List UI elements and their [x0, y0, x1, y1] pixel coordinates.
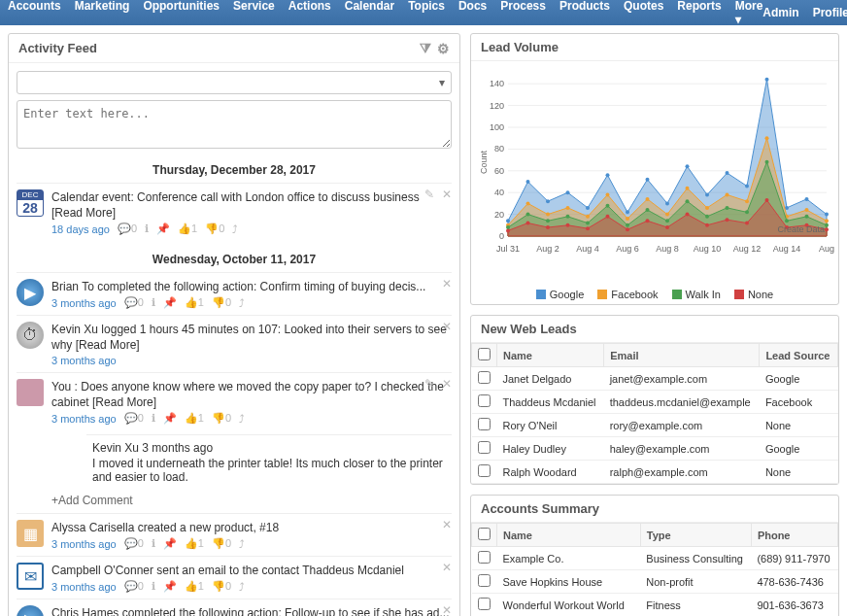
like-count[interactable]: 👍1	[185, 580, 204, 593]
share-icon[interactable]: ⤴	[239, 297, 245, 309]
nav-admin[interactable]: Admin	[762, 6, 798, 19]
pin-icon[interactable]: 📌	[163, 412, 177, 425]
pin-icon[interactable]: 📌	[156, 222, 170, 235]
info-icon[interactable]: ℹ	[152, 296, 155, 309]
add-comment-button[interactable]: +Add Comment	[51, 494, 452, 507]
nav-calendar[interactable]: Calendar	[345, 0, 394, 26]
dislike-count[interactable]: 👎0	[212, 412, 231, 425]
info-icon[interactable]: ℹ	[152, 412, 155, 425]
feed-item-timestamp[interactable]: 3 months ago	[51, 355, 117, 366]
row-checkbox[interactable]	[478, 574, 491, 587]
like-count[interactable]: 👍1	[178, 222, 197, 235]
row-checkbox[interactable]	[478, 394, 491, 407]
pin-icon[interactable]: 📌	[163, 296, 177, 309]
pin-icon[interactable]: 📌	[163, 580, 177, 593]
nav-process[interactable]: Process	[500, 0, 546, 26]
select-all-checkbox[interactable]	[478, 528, 491, 540]
close-icon[interactable]: ✕	[442, 277, 452, 291]
comment-count[interactable]: 💬0	[118, 222, 137, 235]
table-row[interactable]: Save Hopkins HouseNon-profit478-636-7436	[472, 570, 838, 594]
mail-icon: ✉	[17, 563, 44, 590]
nav-docs[interactable]: Docs	[458, 0, 487, 26]
nav-accounts[interactable]: Accounts	[8, 0, 61, 26]
share-icon[interactable]: ⤴	[239, 413, 245, 425]
feed-item-timestamp[interactable]: 3 months ago	[51, 538, 117, 550]
svg-point-35	[526, 201, 530, 205]
close-icon[interactable]: ✕	[442, 320, 452, 333]
table-row[interactable]: Thaddeus Mcdanielthaddeus.mcdaniel@examp…	[472, 391, 838, 414]
row-checkbox[interactable]	[478, 551, 491, 564]
like-count[interactable]: 👍1	[185, 537, 204, 550]
feed-item: ✉Campbell O'Conner sent an email to the …	[17, 556, 452, 599]
row-checkbox[interactable]	[478, 441, 491, 454]
like-count[interactable]: 👍1	[185, 296, 204, 309]
edit-icon[interactable]: ✎	[424, 377, 434, 391]
nav-opportunities[interactable]: Opportunities	[143, 0, 220, 26]
row-checkbox[interactable]	[478, 371, 491, 384]
svg-point-68	[506, 228, 510, 232]
nav-topics[interactable]: Topics	[408, 0, 445, 26]
table-row[interactable]: Example Co.Business Consulting(689) 911-…	[472, 547, 838, 570]
select-all-checkbox[interactable]	[478, 348, 491, 360]
table-row[interactable]: Ralph Woodardralph@example.comNone	[472, 461, 838, 484]
feed-item-timestamp[interactable]: 3 months ago	[51, 297, 117, 309]
info-icon[interactable]: ℹ	[152, 580, 155, 593]
nav-actions[interactable]: Actions	[288, 0, 331, 26]
comment-count[interactable]: 💬0	[124, 412, 144, 425]
feed-item-timestamp[interactable]: 3 months ago	[51, 581, 117, 593]
comment-count[interactable]: 💬0	[124, 580, 144, 593]
nav-service[interactable]: Service	[233, 0, 275, 26]
svg-point-18	[526, 180, 530, 184]
nav-more-[interactable]: More ▾	[735, 0, 763, 26]
close-icon[interactable]: ✕	[442, 377, 452, 391]
dislike-count[interactable]: 👎0	[212, 580, 231, 593]
table-row[interactable]: Janet Delgadojanet@example.comGoogle	[472, 367, 838, 391]
nav-reports[interactable]: Reports	[677, 0, 721, 26]
row-checkbox[interactable]	[478, 464, 491, 477]
share-icon[interactable]: ⤴	[239, 581, 245, 593]
table-header[interactable]	[472, 344, 497, 367]
row-checkbox[interactable]	[478, 418, 491, 430]
share-icon[interactable]: ⤴	[239, 538, 245, 550]
feed-item-timestamp[interactable]: 3 months ago	[51, 413, 117, 425]
activity-input[interactable]	[17, 100, 452, 149]
table-row[interactable]: Haley Dudleyhaley@example.comGoogle	[472, 437, 838, 461]
nav-profile[interactable]: Profile	[813, 6, 847, 19]
nav-quotes[interactable]: Quotes	[624, 0, 663, 26]
new-web-leads-table: NameEmailLead SourceJanet Delgadojanet@e…	[471, 343, 838, 484]
table-row[interactable]: Wonderful Workout WorldFitness901-636-36…	[472, 594, 838, 617]
comment-count[interactable]: 💬0	[124, 296, 144, 309]
table-header[interactable]	[472, 524, 497, 547]
gear-icon[interactable]: ⚙	[437, 41, 450, 56]
close-icon[interactable]: ✕	[442, 561, 452, 574]
close-icon[interactable]: ✕	[442, 188, 452, 201]
edit-icon[interactable]: ✎	[424, 188, 434, 201]
dislike-count[interactable]: 👎0	[212, 537, 231, 550]
info-icon[interactable]: ℹ	[145, 222, 149, 235]
legend-item[interactable]: Google	[536, 289, 584, 300]
comment-count[interactable]: 💬0	[124, 537, 144, 550]
like-count[interactable]: 👍1	[185, 412, 204, 425]
dislike-count[interactable]: 👎0	[212, 296, 231, 309]
svg-text:Aug 2: Aug 2	[536, 244, 559, 254]
activity-filter-dropdown[interactable]: ▾	[17, 71, 452, 94]
legend-item[interactable]: None	[734, 289, 773, 300]
table-row[interactable]: Rory O'Neilrory@example.comNone	[472, 414, 838, 437]
svg-point-58	[646, 208, 650, 212]
legend-item[interactable]: Facebook	[597, 289, 658, 300]
close-icon[interactable]: ✕	[442, 518, 452, 531]
share-icon[interactable]: ⤴	[232, 223, 238, 235]
chevron-down-icon: ▾	[439, 76, 445, 89]
funnel-icon[interactable]: ⧩	[420, 40, 431, 56]
legend-item[interactable]: Walk In	[672, 289, 721, 300]
close-icon[interactable]: ✕	[442, 603, 452, 616]
feed-item-timestamp[interactable]: 18 days ago	[51, 223, 110, 235]
row-checkbox[interactable]	[478, 598, 491, 610]
nav-marketing[interactable]: Marketing	[75, 0, 130, 26]
pin-icon[interactable]: 📌	[163, 537, 177, 550]
info-icon[interactable]: ℹ	[152, 537, 155, 550]
svg-text:Aug 14: Aug 14	[773, 244, 801, 254]
dislike-count[interactable]: 👎0	[205, 222, 224, 235]
svg-point-29	[745, 184, 749, 188]
nav-products[interactable]: Products	[559, 0, 610, 26]
